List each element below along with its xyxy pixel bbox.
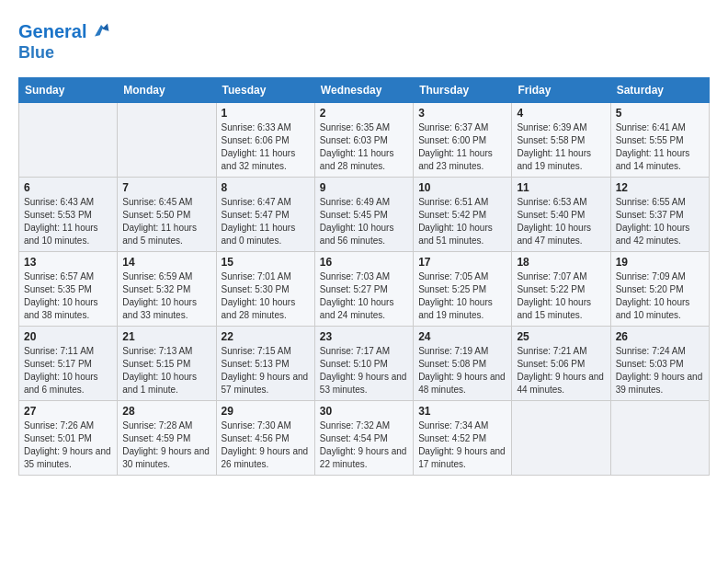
header-sunday: Sunday — [19, 77, 118, 102]
day-number: 23 — [320, 330, 408, 343]
day-number: 18 — [517, 256, 605, 269]
day-number: 29 — [222, 405, 310, 418]
calendar-cell: 4 Sunrise: 6:39 AMSunset: 5:58 PMDayligh… — [512, 102, 610, 177]
day-number: 3 — [418, 107, 506, 120]
day-info: Sunrise: 6:33 AMSunset: 6:06 PMDaylight:… — [222, 121, 310, 173]
day-info: Sunrise: 7:17 AMSunset: 5:10 PMDaylight:… — [320, 345, 408, 396]
day-number: 15 — [222, 256, 310, 269]
calendar-cell: 14 Sunrise: 6:59 AMSunset: 5:32 PMDaylig… — [118, 251, 216, 326]
day-info: Sunrise: 7:11 AMSunset: 5:17 PMDaylight:… — [24, 345, 112, 396]
day-info: Sunrise: 7:05 AMSunset: 5:25 PMDaylight:… — [418, 270, 506, 322]
day-info: Sunrise: 7:19 AMSunset: 5:08 PMDaylight:… — [418, 345, 506, 396]
day-number: 7 — [122, 181, 210, 194]
day-number: 5 — [616, 107, 704, 120]
logo-text: General — [18, 21, 86, 41]
day-number: 6 — [24, 181, 112, 194]
day-number: 17 — [418, 256, 506, 269]
calendar-cell — [118, 102, 216, 177]
logo: General Blue — [18, 18, 114, 63]
day-number: 30 — [320, 405, 408, 418]
day-number: 20 — [24, 330, 112, 343]
day-number: 14 — [122, 256, 210, 269]
day-number: 13 — [24, 256, 112, 269]
day-info: Sunrise: 7:32 AMSunset: 4:54 PMDaylight:… — [320, 419, 408, 471]
day-info: Sunrise: 6:49 AMSunset: 5:45 PMDaylight:… — [320, 196, 408, 247]
calendar-cell: 17 Sunrise: 7:05 AMSunset: 5:25 PMDaylig… — [414, 251, 512, 326]
day-number: 10 — [418, 181, 506, 194]
day-number: 27 — [24, 405, 112, 418]
calendar-cell: 15 Sunrise: 7:01 AMSunset: 5:30 PMDaylig… — [216, 251, 314, 326]
day-number: 12 — [616, 181, 704, 194]
day-info: Sunrise: 7:24 AMSunset: 5:03 PMDaylight:… — [616, 345, 704, 396]
day-number: 8 — [222, 181, 310, 194]
calendar-cell: 23 Sunrise: 7:17 AMSunset: 5:10 PMDaylig… — [314, 326, 413, 400]
day-info: Sunrise: 6:55 AMSunset: 5:37 PMDaylight:… — [616, 196, 704, 247]
day-info: Sunrise: 6:59 AMSunset: 5:32 PMDaylight:… — [122, 270, 210, 322]
day-number: 11 — [517, 181, 605, 194]
calendar-cell: 11 Sunrise: 6:53 AMSunset: 5:40 PMDaylig… — [512, 177, 610, 251]
day-info: Sunrise: 7:13 AMSunset: 5:15 PMDaylight:… — [122, 345, 210, 396]
day-number: 1 — [222, 107, 310, 120]
calendar-cell — [19, 102, 118, 177]
day-number: 21 — [122, 330, 210, 343]
calendar-cell: 25 Sunrise: 7:21 AMSunset: 5:06 PMDaylig… — [512, 326, 610, 400]
day-info: Sunrise: 7:28 AMSunset: 4:59 PMDaylight:… — [122, 419, 210, 471]
calendar-week-row: 13 Sunrise: 6:57 AMSunset: 5:35 PMDaylig… — [19, 251, 710, 326]
day-info: Sunrise: 6:37 AMSunset: 6:00 PMDaylight:… — [418, 121, 506, 173]
header-monday: Monday — [118, 77, 216, 102]
header-tuesday: Tuesday — [216, 77, 314, 102]
calendar-cell: 5 Sunrise: 6:41 AMSunset: 5:55 PMDayligh… — [610, 102, 709, 177]
day-info: Sunrise: 6:57 AMSunset: 5:35 PMDaylight:… — [24, 270, 112, 322]
day-info: Sunrise: 7:34 AMSunset: 4:52 PMDaylight:… — [418, 419, 506, 471]
calendar-cell — [610, 400, 709, 475]
day-number: 16 — [320, 256, 408, 269]
day-info: Sunrise: 7:30 AMSunset: 4:56 PMDaylight:… — [222, 419, 310, 471]
calendar-cell: 1 Sunrise: 6:33 AMSunset: 6:06 PMDayligh… — [216, 102, 314, 177]
day-info: Sunrise: 6:53 AMSunset: 5:40 PMDaylight:… — [517, 196, 605, 247]
calendar-week-row: 20 Sunrise: 7:11 AMSunset: 5:17 PMDaylig… — [19, 326, 710, 400]
logo-blue-text: Blue — [18, 44, 114, 63]
calendar-cell: 13 Sunrise: 6:57 AMSunset: 5:35 PMDaylig… — [19, 251, 118, 326]
day-info: Sunrise: 7:07 AMSunset: 5:22 PMDaylight:… — [517, 270, 605, 322]
day-info: Sunrise: 6:41 AMSunset: 5:55 PMDaylight:… — [616, 121, 704, 173]
day-info: Sunrise: 7:26 AMSunset: 5:01 PMDaylight:… — [24, 419, 112, 471]
calendar-cell: 21 Sunrise: 7:13 AMSunset: 5:15 PMDaylig… — [118, 326, 216, 400]
day-info: Sunrise: 6:45 AMSunset: 5:50 PMDaylight:… — [122, 196, 210, 247]
calendar-cell: 24 Sunrise: 7:19 AMSunset: 5:08 PMDaylig… — [414, 326, 512, 400]
day-info: Sunrise: 6:39 AMSunset: 5:58 PMDaylight:… — [517, 121, 605, 173]
calendar-cell: 30 Sunrise: 7:32 AMSunset: 4:54 PMDaylig… — [314, 400, 413, 475]
logo-bird-icon — [88, 18, 114, 44]
calendar-week-row: 1 Sunrise: 6:33 AMSunset: 6:06 PMDayligh… — [19, 102, 710, 177]
day-info: Sunrise: 6:51 AMSunset: 5:42 PMDaylight:… — [418, 196, 506, 247]
day-number: 4 — [517, 107, 605, 120]
calendar-cell: 6 Sunrise: 6:43 AMSunset: 5:53 PMDayligh… — [19, 177, 118, 251]
header-saturday: Saturday — [610, 77, 709, 102]
calendar-cell: 7 Sunrise: 6:45 AMSunset: 5:50 PMDayligh… — [118, 177, 216, 251]
calendar-cell: 9 Sunrise: 6:49 AMSunset: 5:45 PMDayligh… — [314, 177, 413, 251]
calendar-cell: 27 Sunrise: 7:26 AMSunset: 5:01 PMDaylig… — [19, 400, 118, 475]
calendar-cell: 22 Sunrise: 7:15 AMSunset: 5:13 PMDaylig… — [216, 326, 314, 400]
day-number: 31 — [418, 405, 506, 418]
calendar-cell: 29 Sunrise: 7:30 AMSunset: 4:56 PMDaylig… — [216, 400, 314, 475]
calendar-table: SundayMondayTuesdayWednesdayThursdayFrid… — [18, 77, 710, 476]
day-info: Sunrise: 6:47 AMSunset: 5:47 PMDaylight:… — [222, 196, 310, 247]
calendar-cell: 12 Sunrise: 6:55 AMSunset: 5:37 PMDaylig… — [610, 177, 709, 251]
calendar-cell: 31 Sunrise: 7:34 AMSunset: 4:52 PMDaylig… — [414, 400, 512, 475]
day-info: Sunrise: 6:43 AMSunset: 5:53 PMDaylight:… — [24, 196, 112, 247]
day-info: Sunrise: 7:15 AMSunset: 5:13 PMDaylight:… — [222, 345, 310, 396]
day-info: Sunrise: 6:35 AMSunset: 6:03 PMDaylight:… — [320, 121, 408, 173]
calendar-cell: 18 Sunrise: 7:07 AMSunset: 5:22 PMDaylig… — [512, 251, 610, 326]
calendar-week-row: 6 Sunrise: 6:43 AMSunset: 5:53 PMDayligh… — [19, 177, 710, 251]
day-number: 22 — [222, 330, 310, 343]
calendar-cell: 19 Sunrise: 7:09 AMSunset: 5:20 PMDaylig… — [610, 251, 709, 326]
day-number: 19 — [616, 256, 704, 269]
day-number: 28 — [122, 405, 210, 418]
header-thursday: Thursday — [414, 77, 512, 102]
calendar-cell: 3 Sunrise: 6:37 AMSunset: 6:00 PMDayligh… — [414, 102, 512, 177]
calendar-cell: 26 Sunrise: 7:24 AMSunset: 5:03 PMDaylig… — [610, 326, 709, 400]
day-info: Sunrise: 7:01 AMSunset: 5:30 PMDaylight:… — [222, 270, 310, 322]
calendar-cell: 10 Sunrise: 6:51 AMSunset: 5:42 PMDaylig… — [414, 177, 512, 251]
day-number: 2 — [320, 107, 408, 120]
day-number: 26 — [616, 330, 704, 343]
day-number: 25 — [517, 330, 605, 343]
